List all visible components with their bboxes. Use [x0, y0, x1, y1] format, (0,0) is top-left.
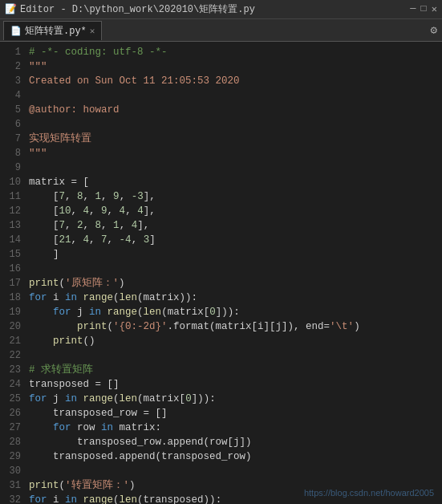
tab-file[interactable]: 📄 矩阵转置.py* ✕	[3, 21, 102, 40]
line-numbers: 12345 678910 1112131415 1617181920 21222…	[0, 42, 24, 504]
settings-gear-icon[interactable]: ⚙	[431, 23, 442, 37]
title-bar-left: 📝 Editor - D:\python_work\202010\矩阵转置.py	[5, 2, 255, 16]
watermark: https://blog.csdn.net/howard2005	[304, 488, 434, 498]
title-bar-text: Editor - D:\python_work\202010\矩阵转置.py	[20, 2, 255, 16]
tab-close-button[interactable]: ✕	[90, 26, 95, 36]
code-text[interactable]: # -*- coding: utf-8 -*- """ Created on S…	[24, 42, 442, 504]
maximize-button[interactable]: □	[421, 3, 427, 15]
close-button[interactable]: ✕	[432, 3, 437, 15]
title-bar: 📝 Editor - D:\python_work\202010\矩阵转置.py…	[0, 0, 442, 19]
tab-label: 矩阵转置.py*	[25, 24, 87, 38]
title-bar-controls[interactable]: ― □ ✕	[410, 3, 437, 15]
minimize-button[interactable]: ―	[410, 3, 416, 15]
tab-bar: 📄 矩阵转置.py* ✕ ⚙	[0, 19, 442, 42]
editor-icon: 📝	[5, 3, 17, 15]
code-editor: 12345 678910 1112131415 1617181920 21222…	[0, 42, 442, 504]
file-icon: 📄	[10, 26, 22, 36]
